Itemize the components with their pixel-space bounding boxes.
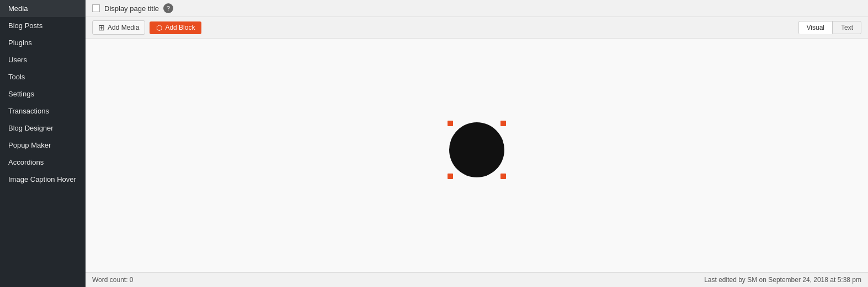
tab-visual[interactable]: Visual bbox=[798, 21, 833, 34]
sidebar-item-settings[interactable]: Settings bbox=[0, 85, 86, 102]
left-buttons: ⊞ Add Media ⬡ Add Block bbox=[92, 20, 201, 35]
add-block-icon: ⬡ bbox=[156, 24, 162, 32]
sidebar-item-users[interactable]: Users bbox=[0, 51, 86, 68]
sidebar-item-transactions[interactable]: Transactions bbox=[0, 102, 86, 120]
image-element[interactable] bbox=[449, 122, 504, 177]
sidebar-item-accordions[interactable]: Accordions bbox=[0, 154, 86, 171]
word-count: Word count: 0 bbox=[92, 276, 133, 284]
display-page-title-label: Display page title bbox=[104, 4, 159, 13]
sidebar-item-tools[interactable]: Tools bbox=[0, 68, 86, 85]
help-icon[interactable]: ? bbox=[163, 3, 173, 13]
display-page-title-checkbox[interactable] bbox=[92, 4, 100, 12]
sidebar-item-image-caption-hover[interactable]: Image Caption Hover bbox=[0, 171, 86, 188]
editor-area[interactable] bbox=[86, 39, 868, 272]
resize-handle-br[interactable] bbox=[500, 174, 506, 179]
sidebar: Media Blog Posts Plugins Users Tools Set… bbox=[0, 0, 86, 287]
add-block-button[interactable]: ⬡ Add Block bbox=[150, 21, 201, 34]
resize-handle-tl[interactable] bbox=[448, 121, 453, 126]
add-media-button[interactable]: ⊞ Add Media bbox=[92, 20, 145, 35]
circle-image bbox=[449, 122, 504, 177]
editor-tabs: Visual Text bbox=[798, 21, 861, 34]
sidebar-item-blog-designer[interactable]: Blog Designer bbox=[0, 120, 86, 137]
tab-text[interactable]: Text bbox=[833, 21, 861, 34]
sidebar-item-media[interactable]: Media bbox=[0, 0, 86, 17]
status-bar: Word count: 0 Last edited by SM on Septe… bbox=[86, 272, 868, 287]
last-edited: Last edited by SM on September 24, 2018 … bbox=[704, 276, 861, 284]
main-content: Display page title ? ⊞ Add Media ⬡ Add B… bbox=[86, 0, 868, 287]
resize-handle-tr[interactable] bbox=[500, 121, 506, 126]
toolbar-row: Display page title ? bbox=[86, 0, 868, 17]
add-media-icon: ⊞ bbox=[98, 23, 105, 32]
sidebar-item-plugins[interactable]: Plugins bbox=[0, 34, 86, 51]
editor-buttons-row: ⊞ Add Media ⬡ Add Block Visual Text bbox=[86, 17, 868, 39]
sidebar-item-blog-posts[interactable]: Blog Posts bbox=[0, 17, 86, 34]
sidebar-item-popup-maker[interactable]: Popup Maker bbox=[0, 137, 86, 154]
resize-handle-bl[interactable] bbox=[448, 174, 453, 179]
